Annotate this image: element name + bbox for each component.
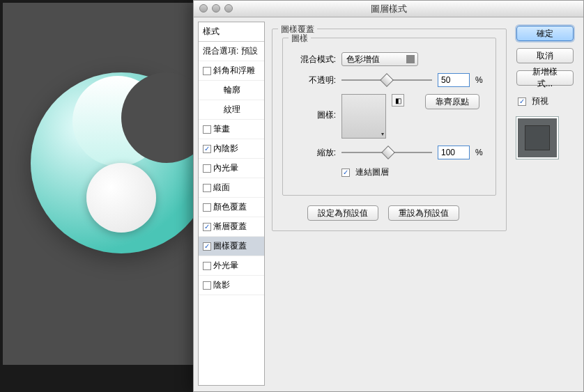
scale-input[interactable] [438,146,470,159]
preview-swatch-inner [525,125,550,150]
opacity-unit: % [475,75,483,85]
yin-yang-artwork [31,72,212,253]
snap-to-origin-button[interactable]: 靠齊原點 [425,94,479,109]
preview-label: 預視 [532,95,548,107]
inner-shadow-item[interactable]: 內陰影 [199,139,264,159]
inner-shadow-checkbox[interactable] [203,145,211,153]
window-zoom-icon[interactable] [224,4,233,13]
make-default-button[interactable]: 設定為預設值 [307,205,378,221]
inner-glow-label: 內光暈 [213,162,238,174]
bevel-item[interactable]: 斜角和浮雕 [199,61,264,81]
scale-unit: % [475,148,483,157]
stroke-label: 筆畫 [213,123,230,135]
blend-mode-value: 色彩增值 [346,54,380,65]
yin-yang-dot [86,163,156,233]
new-preset-icon[interactable]: ◧ [392,94,404,107]
blend-mode-label: 混合模式: [293,54,336,65]
settings-panel: 圖樣覆蓋 圖樣 混合模式: 色彩增值 ▴▾ 不透明: [268,22,511,386]
pattern-group-title: 圖樣 [289,33,311,45]
stroke-checkbox[interactable] [203,125,211,134]
scale-slider[interactable] [341,148,432,157]
chevron-updown-icon: ▴▾ [410,55,413,63]
dialog-button-column: 確定 取消 新增樣式... 預視 [514,22,578,386]
inner-shadow-label: 內陰影 [213,143,238,155]
window-close-icon[interactable] [199,4,208,13]
dialog-title: 圖層樣式 [371,3,407,15]
bevel-checkbox[interactable] [203,67,211,75]
window-minimize-icon[interactable] [212,4,220,13]
pattern-group: 圖樣 混合模式: 色彩增值 ▴▾ 不透明: [282,38,496,196]
satin-item[interactable]: 緞面 [199,178,264,198]
link-layer-checkbox[interactable] [341,168,350,177]
inner-glow-item[interactable]: 內光暈 [199,159,264,178]
color-overlay-checkbox[interactable] [203,203,211,212]
pattern-overlay-fieldset: 圖樣覆蓋 圖樣 混合模式: 色彩增值 ▴▾ 不透明: [272,29,507,231]
gradient-overlay-checkbox[interactable] [203,223,211,231]
color-overlay-label: 顏色覆蓋 [213,201,247,213]
pattern-swatch[interactable]: ▾ [341,94,386,139]
pattern-overlay-item[interactable]: 圖樣覆蓋 [199,237,264,256]
contour-item[interactable]: 輪廓 [199,81,264,100]
reset-default-button[interactable]: 重設為預設值 [388,205,459,221]
pattern-overlay-checkbox[interactable] [203,242,211,251]
blend-mode-dropdown[interactable]: 色彩增值 ▴▾ [341,52,418,66]
layer-style-dialog: 圖層樣式 樣式 混合選項: 預設 斜角和浮雕 輪廓 紋理 筆畫 [193,0,584,392]
drop-shadow-checkbox[interactable] [203,281,211,290]
satin-label: 緞面 [213,182,230,194]
outer-glow-checkbox[interactable] [203,262,211,270]
color-overlay-item[interactable]: 顏色覆蓋 [199,198,264,217]
cancel-button[interactable]: 取消 [516,48,574,63]
chevron-down-icon: ▾ [381,131,384,137]
outer-glow-label: 外光暈 [213,260,238,272]
opacity-input[interactable] [438,73,470,87]
inner-glow-checkbox[interactable] [203,164,211,173]
styles-list: 樣式 混合選項: 預設 斜角和浮雕 輪廓 紋理 筆畫 內陰影 [198,22,265,386]
satin-checkbox[interactable] [203,184,211,192]
drop-shadow-item[interactable]: 陰影 [199,276,264,295]
blend-options-label: 混合選項: 預設 [203,45,258,57]
bevel-label: 斜角和浮雕 [213,65,255,77]
blend-options-item[interactable]: 混合選項: 預設 [199,42,264,61]
scale-label: 縮放: [293,147,336,159]
gradient-overlay-label: 漸層覆蓋 [213,221,247,233]
styles-header[interactable]: 樣式 [199,22,264,42]
gradient-overlay-item[interactable]: 漸層覆蓋 [199,217,264,237]
stroke-item[interactable]: 筆畫 [199,120,264,139]
contour-label: 輪廓 [224,84,240,96]
texture-label: 紋理 [224,104,240,116]
ok-button[interactable]: 確定 [516,26,574,41]
opacity-slider[interactable] [341,75,432,85]
link-layer-label: 連結圖層 [355,166,389,178]
pattern-overlay-label: 圖樣覆蓋 [213,240,247,252]
opacity-label: 不透明: [293,75,336,86]
pattern-label: 圖樣: [293,94,336,121]
dialog-titlebar[interactable]: 圖層樣式 [194,1,583,17]
preview-checkbox[interactable] [518,97,526,106]
outer-glow-item[interactable]: 外光暈 [199,256,264,276]
drop-shadow-label: 陰影 [213,279,230,291]
new-style-button[interactable]: 新增樣式... [516,70,574,86]
preview-swatch [516,117,558,159]
texture-item[interactable]: 紋理 [199,100,264,120]
